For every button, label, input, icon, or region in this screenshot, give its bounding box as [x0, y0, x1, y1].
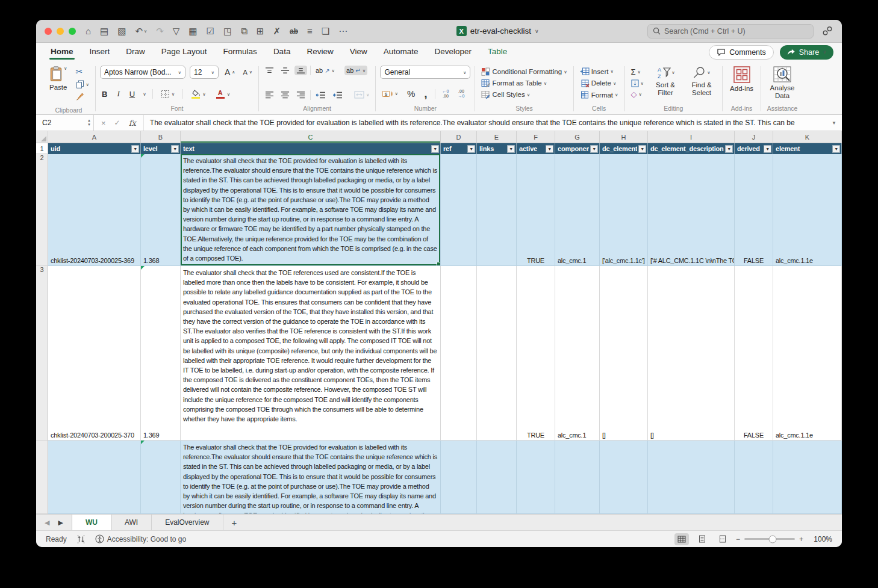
- cell-G3[interactable]: alc_cmc.1: [555, 266, 600, 441]
- close-window-button[interactable]: [45, 28, 52, 35]
- copy-cells-icon[interactable]: ⧉: [241, 26, 248, 36]
- cell-G4[interactable]: [555, 441, 600, 514]
- expand-formula-bar-icon[interactable]: ▼: [826, 115, 842, 131]
- select-all-corner[interactable]: [36, 131, 48, 143]
- cut-button[interactable]: ✂: [74, 66, 92, 78]
- column-header-E[interactable]: E: [477, 131, 517, 143]
- home-icon[interactable]: ⌂: [86, 26, 91, 36]
- header-cell-ref[interactable]: ref: [441, 143, 477, 154]
- header-cell-component[interactable]: component: [555, 143, 600, 154]
- insert-cells-button[interactable]: Insert ∨: [578, 66, 620, 76]
- row-header-2[interactable]: 2: [36, 154, 48, 266]
- column-header-H[interactable]: H: [600, 131, 648, 143]
- name-box-spinner[interactable]: ▲▼: [87, 119, 91, 126]
- tab-view[interactable]: View: [350, 45, 367, 60]
- filter-button-ref[interactable]: [467, 145, 475, 153]
- cell-I3[interactable]: []: [648, 266, 735, 441]
- more-commands-icon[interactable]: ⋯: [338, 26, 347, 36]
- search-field[interactable]: Search (Cmd + Ctrl + U): [647, 24, 814, 39]
- row-header-1[interactable]: 1: [36, 143, 48, 154]
- cell-C3[interactable]: The evaluator shall check that the TOE r…: [181, 266, 441, 441]
- accessibility-status[interactable]: Accessibility: Good to go: [95, 534, 186, 543]
- cell-J4[interactable]: [735, 441, 773, 514]
- comma-style-button[interactable]: ,: [422, 90, 429, 98]
- cell-J3[interactable]: FALSE: [735, 266, 773, 441]
- tab-formulas[interactable]: Formulas: [223, 45, 257, 60]
- cell-A4[interactable]: [48, 441, 141, 514]
- increase-indent-button[interactable]: [331, 90, 344, 100]
- cell-G2[interactable]: alc_cmc.1: [555, 154, 600, 266]
- zoom-window-button[interactable]: [69, 28, 76, 35]
- header-cell-dc-element-description[interactable]: dc_element_description: [648, 143, 735, 154]
- page-break-view-button[interactable]: [715, 533, 730, 545]
- column-header-B[interactable]: B: [141, 131, 181, 143]
- row-header-3[interactable]: 3: [36, 266, 48, 441]
- cell-E3[interactable]: [477, 266, 517, 441]
- header-cell-links[interactable]: links: [477, 143, 517, 154]
- strikethrough-icon[interactable]: ab: [290, 28, 298, 35]
- filter-button-uid[interactable]: [131, 145, 139, 153]
- cell-K3[interactable]: alc_cmc.1.1e: [773, 266, 842, 441]
- cell-E2[interactable]: [477, 154, 517, 266]
- cell-styles-button[interactable]: Cell Styles ∨: [479, 89, 568, 100]
- increase-font-size-button[interactable]: A∧: [223, 66, 237, 78]
- column-header-J[interactable]: J: [735, 131, 773, 143]
- conditional-formatting-button[interactable]: Conditional Formatting ∨: [479, 66, 568, 77]
- filter-button-dc-element[interactable]: [638, 145, 646, 153]
- add-sheet-button[interactable]: +: [223, 515, 246, 530]
- accounting-format-button[interactable]: $ ∨: [380, 88, 400, 99]
- insert-function-icon[interactable]: fx: [129, 119, 136, 128]
- save-icon[interactable]: ▤: [100, 26, 108, 36]
- header-cell-active[interactable]: active: [517, 143, 555, 154]
- format-as-table-button[interactable]: Format as Table ∨: [479, 78, 568, 88]
- cell-B4[interactable]: [141, 441, 181, 514]
- next-sheet-icon[interactable]: ▶: [58, 519, 63, 527]
- header-cell-element[interactable]: element: [773, 143, 842, 154]
- page-layout-view-button[interactable]: [695, 533, 709, 545]
- zoom-slider-knob[interactable]: [769, 535, 777, 543]
- percent-style-button[interactable]: %: [405, 87, 417, 100]
- move-cells-icon[interactable]: ⊞: [257, 26, 264, 36]
- font-name-select[interactable]: Aptos Narrow (Bod... ∨: [100, 66, 185, 79]
- filter-button-element[interactable]: [832, 145, 840, 153]
- account-icon[interactable]: [822, 26, 833, 36]
- cell-F3[interactable]: TRUE: [517, 266, 555, 441]
- filter-button-level[interactable]: [171, 145, 179, 153]
- formula-input[interactable]: The evaluator shall check that the TOE p…: [144, 115, 826, 131]
- paste-button[interactable]: ∨ Paste: [46, 64, 70, 105]
- cell-H2[interactable]: ['alc_cmc.1.1c']: [600, 154, 648, 266]
- header-cell-uid[interactable]: uid: [48, 143, 141, 154]
- cancel-entry-icon[interactable]: ×: [101, 119, 106, 128]
- column-header-F[interactable]: F: [517, 131, 555, 143]
- filter-button-component[interactable]: [590, 145, 598, 153]
- cell-D2[interactable]: [441, 154, 477, 266]
- filter-button-derived[interactable]: [764, 145, 771, 153]
- cell-H4[interactable]: [600, 441, 648, 514]
- clear-filter-icon[interactable]: ▽: [173, 26, 180, 36]
- tag-icon[interactable]: ◳: [223, 26, 232, 36]
- cell-B2[interactable]: 1.368: [141, 154, 181, 266]
- find-select-button[interactable]: ∨ Find & Select: [685, 64, 718, 104]
- new-comment-icon[interactable]: ❏: [322, 26, 329, 36]
- cell-K4[interactable]: [773, 441, 842, 514]
- cell-I2[interactable]: ['# ALC_CMC.1.1C \n\nThe TO: [648, 154, 735, 266]
- edit-table-icon[interactable]: ▦: [188, 26, 197, 36]
- number-format-select[interactable]: General ∨: [380, 66, 470, 79]
- align-right-button[interactable]: [294, 90, 307, 100]
- zoom-percentage[interactable]: 100%: [809, 535, 832, 543]
- cell-D4[interactable]: [441, 441, 477, 514]
- header-cell-text[interactable]: text: [181, 143, 441, 154]
- cell-I4[interactable]: [648, 441, 735, 514]
- cell-E4[interactable]: [477, 441, 517, 514]
- list-icon[interactable]: ≡: [307, 26, 313, 36]
- cell-H3[interactable]: []: [600, 266, 648, 441]
- cell-B3[interactable]: 1.369: [141, 266, 181, 441]
- underline-button[interactable]: U: [128, 88, 137, 100]
- zoom-out-icon[interactable]: −: [736, 535, 740, 543]
- align-middle-button[interactable]: [279, 66, 291, 75]
- fill-handle[interactable]: [437, 262, 441, 266]
- cell-J2[interactable]: FALSE: [735, 154, 773, 266]
- column-header-D[interactable]: D: [441, 131, 477, 143]
- wrap-text-button[interactable]: ab ↵ ∨: [344, 66, 367, 75]
- decrease-decimal-button[interactable]: .00→0: [456, 88, 466, 99]
